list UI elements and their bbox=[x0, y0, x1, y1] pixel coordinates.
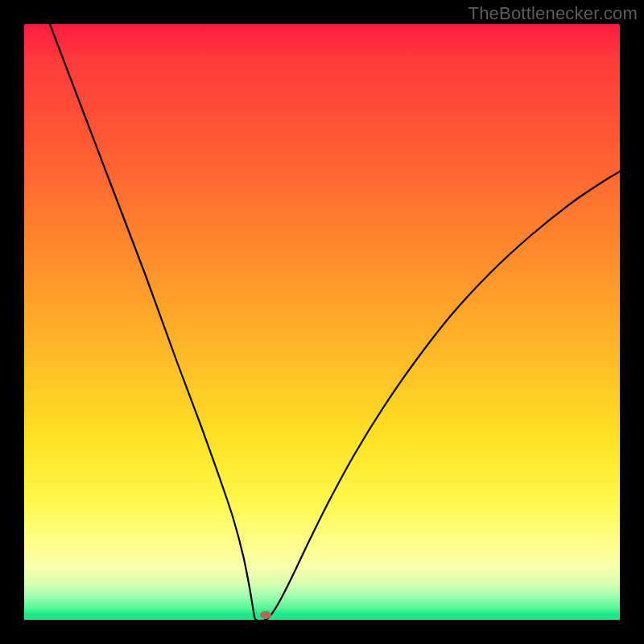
curve-layer bbox=[24, 24, 620, 620]
bottleneck-curve bbox=[50, 24, 620, 620]
chart-frame: TheBottlenecker.com bbox=[0, 0, 644, 644]
watermark-text: TheBottlenecker.com bbox=[469, 3, 638, 24]
plot-area bbox=[24, 24, 620, 620]
optimum-marker bbox=[260, 611, 271, 619]
